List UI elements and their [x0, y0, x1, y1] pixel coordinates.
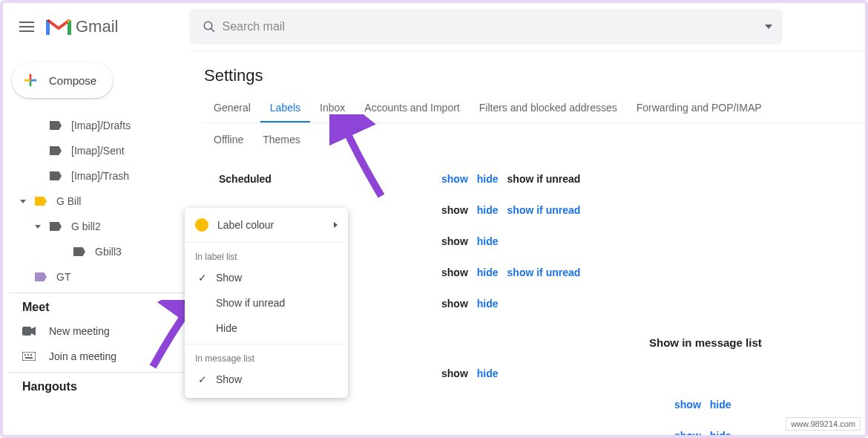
menu-label-colour-text: Label colour [217, 219, 334, 231]
action-hide[interactable]: hide [477, 298, 499, 310]
colour-swatch-icon [195, 218, 208, 232]
check-icon: ✓ [198, 272, 216, 284]
tab-themes[interactable]: Themes [253, 123, 310, 153]
action-hide[interactable]: hide [477, 204, 499, 216]
sidebar-item-imap-trash[interactable]: [Imap]/Trash [9, 163, 186, 189]
label-icon [47, 170, 64, 182]
menu-item-show-if-unread-labellist[interactable]: Show if unread [185, 290, 348, 316]
user-label-row: show hide [219, 420, 865, 438]
column-message-list: Show in message list [649, 336, 762, 349]
label-context-menu: Label colour In label list ✓ Show Show i… [185, 208, 348, 398]
search-options-caret-icon[interactable] [765, 24, 772, 29]
action-hide[interactable]: hide [710, 399, 731, 411]
settings-title: Settings [204, 66, 865, 85]
menu-item-show-messagelist[interactable]: ✓ Show [185, 367, 348, 392]
sidebar-item-gbill[interactable]: G Bill [9, 189, 186, 214]
svg-rect-11 [22, 327, 31, 336]
label-icon [71, 246, 88, 258]
sidebar-item-label: G Bill [56, 195, 81, 207]
join-meeting-label: Join a meeting [49, 350, 116, 362]
svg-rect-12 [22, 352, 36, 361]
tab-filters[interactable]: Filters and blocked addresses [470, 94, 627, 122]
chevron-down-icon [20, 200, 26, 203]
main-menu-button[interactable] [10, 10, 43, 43]
label-icon [33, 271, 49, 283]
svg-point-5 [205, 22, 213, 30]
compose-button[interactable]: Compose [12, 62, 113, 98]
label-row-scheduled: Scheduled show hide show if unread [219, 163, 865, 195]
action-show-if-unread[interactable]: show if unread [507, 267, 581, 278]
hangouts-section-title: Hangouts [9, 373, 186, 398]
gmail-logo-icon [46, 17, 71, 36]
settings-tabs: General Labels Inbox Accounts and Import… [204, 94, 865, 123]
svg-rect-14 [27, 354, 29, 356]
menu-item-show-labellist[interactable]: ✓ Show [185, 265, 348, 290]
sidebar-item-label: [Imap]/Sent [71, 145, 125, 157]
sidebar-item-imap-drafts[interactable]: [Imap]/Drafts [9, 113, 186, 138]
action-hide[interactable]: hide [477, 367, 499, 379]
label-icon [33, 195, 49, 207]
sidebar-item-label: [Imap]/Trash [71, 170, 129, 182]
action-hide[interactable]: hide [477, 235, 499, 247]
label-icon [47, 220, 64, 232]
sidebar-item-label: Gbill3 [95, 246, 122, 258]
sidebar-item-label: G bill2 [71, 220, 101, 232]
action-hide[interactable]: hide [710, 430, 731, 438]
menu-item-label: Show [216, 373, 242, 385]
sidebar-item-imap-sent[interactable]: [Imap]/Sent [9, 138, 186, 163]
menu-label-colour[interactable]: Label colour [185, 215, 348, 239]
label-icon [47, 120, 64, 131]
action-show[interactable]: show [441, 173, 468, 185]
plus-icon [22, 72, 39, 88]
svg-rect-15 [30, 354, 32, 356]
collapse-toggle[interactable] [31, 225, 45, 229]
action-show[interactable]: show [674, 399, 701, 411]
hamburger-icon [19, 22, 34, 32]
sidebar: Compose [Imap]/Drafts [Imap]/Sent [Imap]… [3, 50, 192, 435]
menu-group-label-list: In label list [185, 246, 348, 265]
sidebar-item-label: [Imap]/Drafts [71, 120, 131, 131]
gmail-logo[interactable]: Gmail [46, 17, 118, 36]
action-show-current[interactable]: show [441, 235, 468, 247]
tab-forwarding[interactable]: Forwarding and POP/IMAP [627, 94, 772, 122]
action-show-current[interactable]: show [441, 267, 468, 278]
action-show-if-unread[interactable]: show if unread [507, 204, 581, 216]
annotation-arrow-icon [329, 114, 396, 203]
video-camera-icon [22, 326, 40, 336]
tab-labels[interactable]: Labels [260, 94, 310, 122]
tab-offline[interactable]: Offline [204, 123, 253, 153]
menu-item-label: Show if unread [216, 297, 285, 309]
sidebar-item-label: GT [56, 271, 70, 283]
search-input[interactable] [222, 20, 775, 33]
action-show-if-unread-current[interactable]: show if unread [507, 173, 581, 185]
search-icon [197, 20, 222, 33]
chevron-down-icon [35, 225, 41, 229]
check-icon: ✓ [198, 373, 216, 385]
search-bar[interactable] [189, 9, 783, 45]
new-meeting-label: New meeting [49, 325, 110, 337]
action-show-current[interactable]: show [441, 204, 468, 216]
action-show[interactable]: show [674, 430, 701, 438]
svg-line-6 [211, 28, 215, 32]
watermark: www.989214.com [786, 417, 861, 431]
label-icon [47, 145, 64, 157]
tab-general[interactable]: General [204, 94, 260, 122]
sidebar-item-gbill3[interactable]: Gbill3 [9, 239, 186, 264]
keyboard-icon [22, 352, 40, 361]
menu-group-message-list: In message list [185, 347, 348, 367]
menu-item-label: Hide [216, 322, 237, 334]
action-show-current[interactable]: show [441, 298, 468, 310]
app-name: Gmail [76, 17, 118, 36]
action-hide[interactable]: hide [477, 173, 499, 185]
sidebar-item-gt[interactable]: GT [9, 264, 186, 290]
collapse-toggle[interactable] [16, 200, 30, 203]
menu-item-hide-labellist[interactable]: Hide [185, 316, 348, 341]
compose-label: Compose [49, 74, 96, 87]
chevron-right-icon [334, 222, 338, 228]
svg-rect-13 [24, 354, 26, 356]
menu-item-label: Show [216, 272, 242, 284]
action-hide[interactable]: hide [477, 267, 499, 278]
sidebar-item-gbill2[interactable]: G bill2 [9, 214, 186, 239]
svg-rect-16 [25, 357, 33, 359]
action-show-current[interactable]: show [441, 367, 468, 379]
